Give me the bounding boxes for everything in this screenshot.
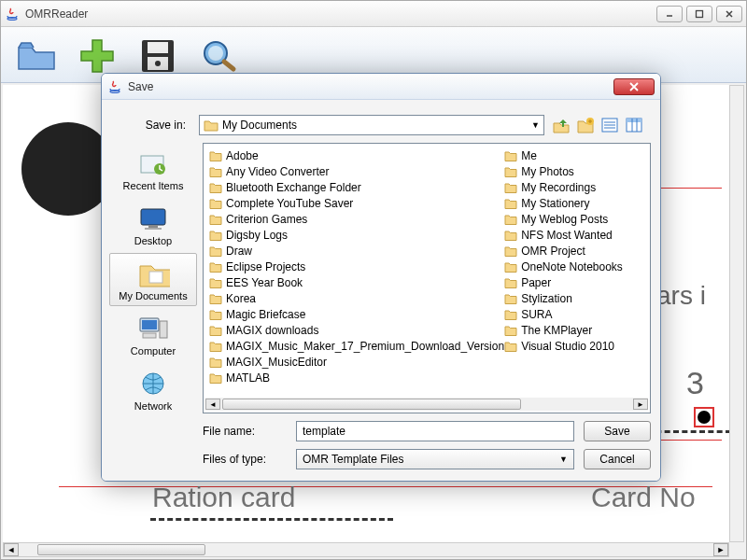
folder-item[interactable]: EES Year Book — [209, 274, 504, 290]
list-view-icon[interactable] — [600, 116, 619, 134]
place-computer[interactable]: Computer — [109, 308, 197, 361]
svg-rect-27 — [160, 321, 167, 338]
folder-label: Digsby Logs — [226, 229, 288, 242]
places-bar: Recent Items Desktop My Documents Comput… — [107, 143, 199, 473]
scroll-right-icon[interactable]: ► — [633, 399, 648, 410]
file-list[interactable]: AdobeAny Video ConverterBluetooth Exchan… — [203, 143, 651, 413]
cancel-button[interactable]: Cancel — [584, 449, 651, 469]
folder-label: My Stationery — [521, 197, 589, 210]
save-in-combo[interactable]: My Documents ▼ — [199, 115, 544, 135]
folder-item[interactable]: My Weblog Posts — [504, 211, 644, 227]
bg-text: Card No — [591, 482, 696, 513]
file-name-input[interactable] — [303, 425, 568, 438]
chevron-down-icon: ▼ — [531, 120, 540, 130]
folder-item[interactable]: Korea — [209, 290, 504, 306]
folder-item[interactable]: Any Video Converter — [209, 163, 504, 179]
folder-label: Complete YouTube Saver — [226, 197, 353, 210]
folder-item[interactable]: Draw — [209, 243, 504, 259]
add-button[interactable] — [71, 32, 122, 78]
place-desktop[interactable]: Desktop — [109, 198, 197, 251]
folder-item[interactable]: Complete YouTube Saver — [209, 195, 504, 211]
folder-item[interactable]: Eclipse Projects — [209, 259, 504, 274]
folder-item[interactable]: MAGIX_MusicEditor — [209, 354, 504, 370]
folder-item[interactable]: The KMPlayer — [504, 322, 644, 338]
scroll-left-icon[interactable]: ◄ — [4, 543, 19, 556]
folder-label: OMR Project — [521, 245, 585, 258]
file-type-combo[interactable]: OMR Template Files ▼ — [296, 449, 574, 469]
folder-item[interactable]: OMR Project — [504, 243, 644, 259]
svg-rect-22 — [148, 225, 158, 228]
file-type-value: OMR Template Files — [303, 453, 403, 466]
dialog-title: Save — [128, 80, 613, 93]
search-button[interactable] — [192, 32, 244, 78]
folder-label: MAGIX downloads — [226, 324, 318, 337]
folder-item[interactable]: My Photos — [504, 163, 644, 179]
open-button[interactable] — [10, 32, 62, 78]
folder-label: Adobe — [226, 149, 259, 162]
details-view-icon[interactable] — [625, 116, 643, 134]
folder-item[interactable]: Digsby Logs — [209, 227, 504, 243]
folder-label: Criterion Games — [226, 213, 307, 226]
vertical-scrollbar[interactable] — [729, 85, 744, 542]
recent-icon — [136, 149, 170, 177]
java-icon — [107, 79, 122, 94]
folder-item[interactable]: SURA — [504, 306, 644, 322]
svg-rect-21 — [141, 209, 165, 225]
place-my-documents[interactable]: My Documents — [109, 253, 197, 306]
svg-point-9 — [110, 90, 120, 92]
folder-item[interactable]: MATLAB — [209, 370, 504, 385]
bg-text: ars i — [656, 281, 706, 311]
bg-text: Ration card — [152, 482, 295, 513]
svg-rect-28 — [143, 333, 156, 338]
folder-label: Bluetooth Exchange Folder — [226, 181, 361, 194]
folder-item[interactable]: Me — [504, 147, 644, 163]
folder-item[interactable]: Stylization — [504, 290, 644, 306]
dialog-close-button[interactable] — [613, 78, 655, 95]
save-button[interactable] — [132, 32, 183, 78]
place-recent[interactable]: Recent Items — [109, 143, 197, 196]
up-one-level-icon[interactable] — [552, 116, 571, 134]
folder-item[interactable]: Paper — [504, 274, 644, 290]
new-folder-icon[interactable] — [576, 116, 595, 134]
svg-rect-16 — [627, 119, 641, 122]
main-titlebar[interactable]: OMRReader — [1, 1, 746, 27]
horizontal-scrollbar[interactable]: ◄ ► — [3, 542, 729, 557]
file-list-scrollbar[interactable]: ◄ ► — [205, 398, 648, 411]
file-type-label: Files of type: — [203, 453, 287, 466]
folder-item[interactable]: OneNote Notebooks — [504, 259, 644, 274]
nav-icons — [552, 116, 643, 134]
folder-column: MeMy PhotosMy RecordingsMy StationeryMy … — [504, 147, 644, 392]
folder-item[interactable]: Visual Studio 2010 — [504, 338, 644, 354]
svg-rect-24 — [149, 272, 162, 283]
folder-label: My Photos — [521, 165, 574, 178]
folder-item[interactable]: Criterion Games — [209, 211, 504, 227]
dialog-titlebar[interactable]: Save — [102, 74, 660, 100]
place-label: Recent Items — [110, 180, 196, 191]
scroll-thumb[interactable] — [37, 544, 205, 555]
folder-item[interactable]: My Stationery — [504, 195, 644, 211]
folder-item[interactable]: MAGIX downloads — [209, 322, 504, 338]
save-dialog-button[interactable]: Save — [584, 421, 651, 441]
folder-item[interactable]: Magic Briefcase — [209, 306, 504, 322]
folder-item[interactable]: MAGIX_Music_Maker_17_Premium_Download_Ve… — [209, 338, 504, 354]
folder-item[interactable]: NFS Most Wanted — [504, 227, 644, 243]
scroll-right-icon[interactable]: ► — [713, 543, 728, 556]
folder-item[interactable]: My Recordings — [504, 179, 644, 195]
svg-rect-2 — [697, 10, 703, 17]
place-label: Desktop — [110, 235, 196, 246]
folder-label: Paper — [521, 276, 551, 289]
bg-text: 3 — [686, 365, 704, 401]
minimize-button[interactable] — [656, 6, 683, 22]
close-button[interactable] — [716, 6, 742, 22]
scroll-left-icon[interactable]: ◄ — [205, 399, 220, 410]
folder-item[interactable]: Bluetooth Exchange Folder — [209, 179, 504, 195]
place-network[interactable]: Network — [109, 363, 197, 416]
folder-item[interactable]: Adobe — [209, 147, 504, 163]
main-title: OMRReader — [25, 7, 653, 21]
svg-rect-4 — [148, 42, 168, 53]
file-name-field[interactable] — [296, 421, 574, 441]
scroll-thumb[interactable] — [222, 399, 521, 410]
maximize-button[interactable] — [686, 6, 712, 22]
folder-label: Eclipse Projects — [226, 260, 305, 273]
folder-label: My Recordings — [521, 181, 596, 194]
